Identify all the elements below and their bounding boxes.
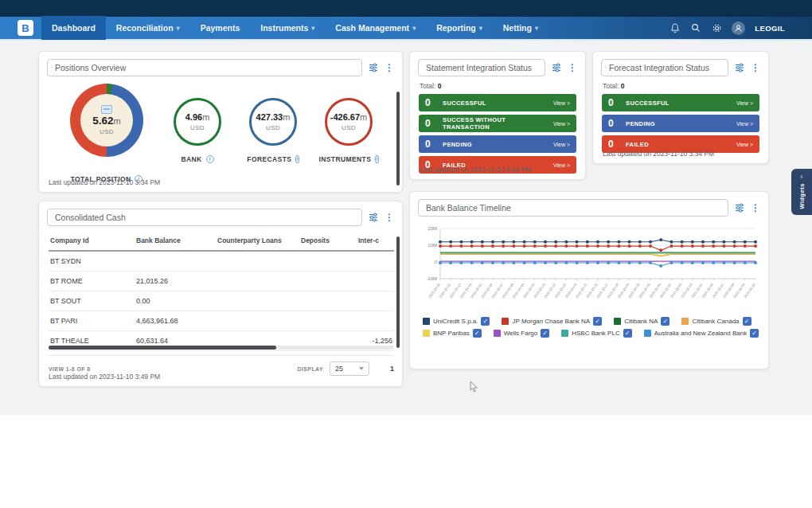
svg-text:20M: 20M xyxy=(427,226,437,231)
positions-vertical-scrollbar[interactable] xyxy=(396,92,400,186)
column-header-inter-c[interactable]: Inter-c xyxy=(357,233,394,251)
nav-item-reporting[interactable]: Reporting▾ xyxy=(426,16,493,40)
status-row-successful[interactable]: 0SUCCESSFULView > xyxy=(602,94,759,111)
column-header-counterparty-loans[interactable]: Counterparty Loans xyxy=(216,233,299,251)
nav-item-netting[interactable]: Netting▾ xyxy=(493,16,548,40)
legend-checkbox-checked[interactable]: ✓ xyxy=(661,317,670,326)
kebab-menu-icon[interactable]: ⋮ xyxy=(751,204,760,212)
view-link[interactable]: View > xyxy=(736,142,753,147)
table-row[interactable]: BT SYDN xyxy=(49,251,394,272)
app-logo[interactable]: B xyxy=(18,20,33,36)
cash-title-input[interactable]: Consolidated Cash xyxy=(47,209,362,226)
filter-icon[interactable] xyxy=(368,212,379,223)
legend-label: Citibank NA xyxy=(624,318,658,325)
view-link[interactable]: View > xyxy=(736,121,753,127)
view-link[interactable]: View > xyxy=(553,162,570,168)
status-row-pending[interactable]: 0PENDINGView > xyxy=(602,115,759,132)
table-horizontal-scrollbar[interactable] xyxy=(49,346,394,350)
metric-circle[interactable]: 4.96mUSD xyxy=(174,98,221,146)
status-row-pending[interactable]: 0PENDINGView > xyxy=(419,135,576,153)
timeline-title-input[interactable]: Bank Balance Timeline xyxy=(418,199,728,217)
page-number[interactable]: 1 xyxy=(390,365,394,373)
status-row-success-without-transaction[interactable]: 0SUCCESS WITHOUT TRANSACTIONView > xyxy=(419,115,576,132)
nav-item-reconciliation[interactable]: Reconciliation▾ xyxy=(106,16,190,40)
filter-icon[interactable] xyxy=(734,202,745,213)
table-cell: 4,663,961.68 xyxy=(135,311,216,331)
view-link[interactable]: View > xyxy=(736,100,753,106)
bell-icon[interactable] xyxy=(670,22,681,33)
total-position-donut-chart[interactable]: 5.62m USD xyxy=(70,84,143,157)
filter-icon[interactable] xyxy=(551,62,562,73)
column-header-deposits[interactable]: Deposits xyxy=(299,233,357,251)
nav-item-payments[interactable]: Payments xyxy=(190,16,251,40)
status-row-successful[interactable]: 0SUCCESSFULView > xyxy=(419,94,576,111)
table-row[interactable]: BT SOUT0.00 xyxy=(49,291,394,311)
kebab-menu-icon[interactable]: ⋮ xyxy=(385,213,394,221)
view-link[interactable]: View > xyxy=(553,142,570,147)
forecast-total: Total: 0 xyxy=(593,76,768,90)
status-count: 0 xyxy=(425,118,443,129)
table-cell: 21,015.26 xyxy=(135,272,216,291)
kebab-menu-icon[interactable]: ⋮ xyxy=(751,64,760,72)
legend-checkbox-checked[interactable]: ✓ xyxy=(473,329,482,338)
forecast-title-input[interactable]: Forecast Integration Status xyxy=(601,59,728,76)
kebab-menu-icon[interactable]: ⋮ xyxy=(385,64,394,72)
scrollbar-thumb[interactable] xyxy=(49,346,276,350)
chevron-down-icon: ▾ xyxy=(311,25,314,32)
column-header-bank-balance[interactable]: Bank Balance xyxy=(135,233,216,251)
cash-vertical-scrollbar[interactable] xyxy=(396,236,400,348)
table-cell: BT ROME xyxy=(49,272,135,291)
legend-label: HSBC Bank PLC xyxy=(572,330,619,337)
status-label: SUCCESSFUL xyxy=(443,100,553,107)
nav-item-label: Reconciliation xyxy=(116,23,174,33)
legend-checkbox-checked[interactable]: ✓ xyxy=(623,329,632,338)
info-icon[interactable]: i xyxy=(206,155,214,163)
info-icon[interactable]: i xyxy=(295,155,299,163)
legend-checkbox-checked[interactable]: ✓ xyxy=(750,329,759,338)
user-avatar[interactable] xyxy=(732,21,745,35)
kebab-menu-icon[interactable]: ⋮ xyxy=(568,64,577,72)
filter-icon[interactable] xyxy=(734,62,745,73)
table-cell xyxy=(216,291,299,311)
metric-unit: m xyxy=(283,112,290,122)
positions-last-updated: Last updated on 2023-11-10 3:34 PM xyxy=(49,178,160,186)
metric-label: BANKi xyxy=(173,155,222,163)
table-cell: BT SYDN xyxy=(49,251,135,272)
legend-checkbox-checked[interactable]: ✓ xyxy=(593,317,602,326)
nav-item-dashboard[interactable]: Dashboard xyxy=(41,16,106,40)
table-row[interactable]: BT PARI4,663,961.68 xyxy=(49,311,394,331)
legend-checkbox-checked[interactable]: ✓ xyxy=(541,329,549,338)
search-icon[interactable] xyxy=(690,22,701,33)
table-cell xyxy=(357,272,394,291)
table-row[interactable]: BT ROME21,015.26 xyxy=(49,272,394,291)
info-icon[interactable]: i xyxy=(375,155,378,163)
view-link[interactable]: View > xyxy=(553,121,570,127)
metric-bank: 4.96mUSDBANKi xyxy=(173,98,222,163)
username-label[interactable]: LEOGIL xyxy=(755,24,785,33)
filter-icon[interactable] xyxy=(368,62,379,73)
statement-title-input[interactable]: Statement Integration Status xyxy=(418,59,545,76)
nav-item-instruments[interactable]: Instruments▾ xyxy=(250,16,325,40)
chevron-down-icon: ▾ xyxy=(177,25,180,32)
positions-title-input[interactable]: Positions Overview xyxy=(47,59,362,76)
legend-swatch xyxy=(502,318,509,325)
metric-label-text: FORECASTS xyxy=(247,155,291,163)
page-size-select[interactable]: 25 xyxy=(330,361,369,376)
metric-circle[interactable]: -426.67mUSD xyxy=(325,98,373,146)
nav-item-cash-management[interactable]: Cash Management▾ xyxy=(325,16,426,40)
legend-checkbox-checked[interactable]: ✓ xyxy=(743,317,751,326)
legend-checkbox-checked[interactable]: ✓ xyxy=(481,317,490,326)
legend-item: Australia and New Zealand Bank✓ xyxy=(644,329,759,338)
chart-legend: UniCredit S.p.a.✓JP Morgan Chase Bank NA… xyxy=(423,317,760,338)
table-cell: BT SOUT xyxy=(49,291,135,311)
timeline-chart[interactable]: 20M10M0-10M2023-10-112023-10-122023-10-1… xyxy=(416,222,763,313)
forecast-integration-status-card: Forecast Integration Status ⋮ Total: 0 0… xyxy=(592,51,769,164)
statement-last-updated: Last updated on 2023-11-10 3:34 PM xyxy=(420,166,531,174)
widgets-panel-toggle[interactable]: ‹ Widgets xyxy=(791,169,812,215)
column-header-company-id[interactable]: Company Id xyxy=(49,233,135,251)
chevron-down-icon: ▾ xyxy=(535,25,538,32)
view-link[interactable]: View > xyxy=(553,100,570,106)
metric-value: 427.33m xyxy=(256,112,291,123)
gear-icon[interactable] xyxy=(711,22,722,33)
metric-circle[interactable]: 427.33mUSD xyxy=(249,98,297,146)
